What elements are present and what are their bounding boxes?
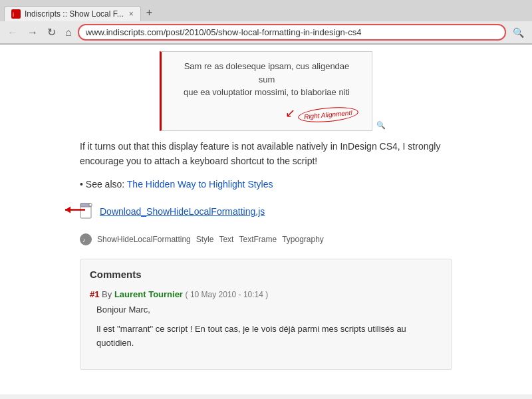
image-line2: que ea voluptatior mossimi, to blaboriae… xyxy=(175,86,358,99)
svg-marker-3 xyxy=(65,207,70,213)
highlight-styles-link[interactable]: The Hidden Way to Highlight Styles xyxy=(127,179,273,190)
comment-date: ( 10 May 2010 - 10:14 ) xyxy=(186,290,269,299)
tag-showhidelocalformatting[interactable]: ShowHideLocalFormatting xyxy=(97,235,191,244)
address-bar[interactable] xyxy=(78,24,506,41)
comment-line-1: Bonjour Marc, xyxy=(96,303,442,317)
download-section: Download_ShowHideLocalFormatting.js xyxy=(80,203,452,220)
tags-section: ♪ ShowHideLocalFormatting Style Text Tex… xyxy=(80,233,452,245)
tag-textframe[interactable]: TextFrame xyxy=(239,235,277,244)
tab-bar: i Indiscripts :: Show Local F... × + xyxy=(0,0,532,21)
see-also-prefix: • See also: xyxy=(80,179,127,190)
image-line1: Sam re as doleseque ipsam, cus aligendae… xyxy=(175,60,358,86)
tab-close-button[interactable]: × xyxy=(129,9,134,19)
content-area: Sam re as doleseque ipsam, cus aligendae… xyxy=(66,45,466,387)
comment-author[interactable]: Laurent Tournier xyxy=(114,289,183,299)
nav-bar: ← → ↻ ⌂ 🔍 xyxy=(0,21,532,44)
download-link[interactable]: Download_ShowHideLocalFormatting.js xyxy=(100,206,265,217)
right-alignment-callout: Right Alignment! xyxy=(297,105,358,124)
zoom-icon[interactable]: 🔍 xyxy=(376,121,386,130)
browser-tab[interactable]: i Indiscripts :: Show Local F... × xyxy=(4,6,141,21)
tag-style[interactable]: Style xyxy=(196,235,214,244)
svg-text:♪: ♪ xyxy=(82,237,86,243)
browser-chrome: i Indiscripts :: Show Local F... × + ← →… xyxy=(0,0,532,45)
svg-text:i: i xyxy=(13,11,14,18)
page-content: Sam re as doleseque ipsam, cus aligendae… xyxy=(0,45,532,394)
comment-by-label: By xyxy=(102,289,112,299)
comment-number: #1 xyxy=(90,289,99,299)
main-paragraph: If it turns out that this display featur… xyxy=(80,139,452,169)
forward-button[interactable]: → xyxy=(24,25,41,40)
comment-item: #1 By Laurent Tournier ( 10 May 2010 - 1… xyxy=(90,289,442,350)
arrow-indicator xyxy=(60,201,86,223)
back-button[interactable]: ← xyxy=(4,25,21,40)
image-area: Sam re as doleseque ipsam, cus aligendae… xyxy=(160,51,372,131)
comments-title: Comments xyxy=(90,269,442,280)
home-button[interactable]: ⌂ xyxy=(62,25,75,40)
new-tab-button[interactable]: + xyxy=(141,4,158,21)
search-button[interactable]: 🔍 xyxy=(509,26,528,39)
address-bar-wrap xyxy=(78,24,506,41)
reload-button[interactable]: ↻ xyxy=(44,25,59,40)
comment-line-2: Il est "marrant" ce script ! En tout cas… xyxy=(96,323,442,350)
comment-header: #1 By Laurent Tournier ( 10 May 2010 - 1… xyxy=(90,289,442,299)
tab-title: Indiscripts :: Show Local F... xyxy=(25,9,124,19)
see-also-line: • See also: The Hidden Way to Highlight … xyxy=(80,179,452,190)
content-image: Sam re as doleseque ipsam, cus aligendae… xyxy=(160,51,372,131)
comments-section: Comments #1 By Laurent Tournier ( 10 May… xyxy=(80,259,452,369)
comment-body: Bonjour Marc, Il est "marrant" ce script… xyxy=(90,303,442,350)
tags-icon: ♪ xyxy=(80,233,92,245)
svg-rect-7 xyxy=(89,203,92,206)
tag-text[interactable]: Text xyxy=(219,235,233,244)
tag-typography[interactable]: Typography xyxy=(282,235,324,244)
tab-favicon: i xyxy=(11,9,21,19)
